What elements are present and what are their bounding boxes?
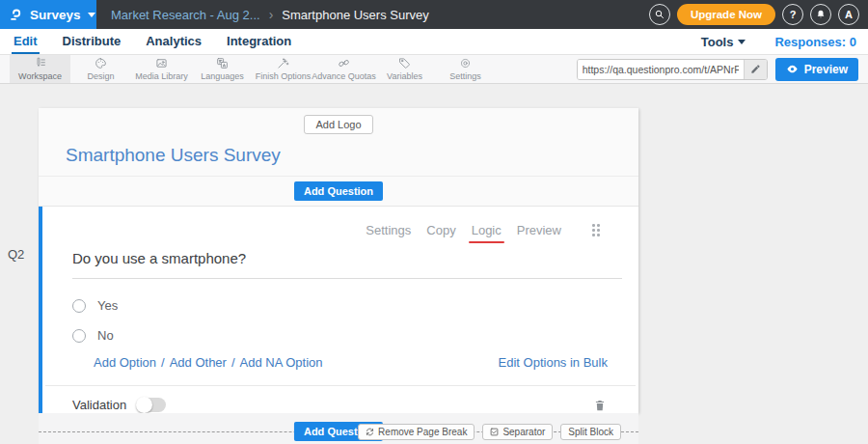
tools-label: Tools (701, 35, 734, 49)
add-other-link[interactable]: Add Other (170, 355, 227, 370)
option-row: Yes (72, 298, 638, 313)
palette-icon (95, 57, 107, 69)
help-button[interactable]: ? (782, 4, 803, 25)
option-row: No (72, 328, 638, 343)
topbar-actions: Upgrade Now ? A (649, 4, 868, 25)
search-button[interactable] (649, 4, 670, 25)
delete-question-button[interactable] (593, 399, 607, 412)
tab-copy[interactable]: Copy (426, 223, 455, 237)
refresh-icon (366, 428, 374, 436)
gear-icon (459, 57, 472, 69)
pencil-icon (750, 64, 761, 74)
breadcrumb-separator-icon: › (269, 7, 274, 22)
add-question-row: Add Question (39, 177, 638, 207)
surveys-menu[interactable]: Surveys (0, 0, 96, 29)
subnav-right: Tools Responses: 0 (701, 29, 856, 54)
page-break-row: Add Question Remove Page Break Separator… (39, 422, 638, 442)
preview-button[interactable]: Preview (775, 58, 858, 81)
workspace-icon (34, 57, 46, 69)
tool-settings[interactable]: Settings (435, 55, 496, 83)
tools-menu[interactable]: Tools (701, 35, 746, 49)
validation-toggle[interactable] (137, 398, 166, 412)
toggle-knob (136, 397, 152, 413)
option-actions-row: Add Option/Add Other/Add NA Option Edit … (94, 355, 608, 370)
drag-handle-icon[interactable] (592, 224, 600, 236)
add-option-link[interactable]: Add Option (94, 355, 156, 370)
option-links: Add Option/Add Other/Add NA Option (94, 355, 323, 370)
share-url-input[interactable] (578, 60, 744, 79)
share-url-box (577, 59, 768, 80)
question-tabs: Settings Copy Logic Preview (42, 207, 638, 237)
avatar[interactable]: A (838, 4, 859, 25)
tool-advance-quotas[interactable]: Advance Quotas (313, 55, 374, 83)
add-na-option-link[interactable]: Add NA Option (240, 355, 323, 370)
radio-button[interactable] (72, 329, 86, 343)
edit-url-button[interactable] (744, 60, 767, 79)
question-text[interactable]: Do you use a smartphone? (72, 250, 622, 279)
link-separator: / (161, 355, 165, 370)
nav-item-distribute[interactable]: Distribute (61, 29, 123, 54)
divider (45, 385, 636, 386)
questionpro-logo-icon (9, 8, 23, 22)
remove-page-break-button[interactable]: Remove Page Break (358, 424, 475, 440)
eye-icon (786, 63, 799, 75)
checkbox-checked-icon (490, 428, 499, 436)
edit-options-in-bulk-link[interactable]: Edit Options in Bulk (499, 355, 608, 370)
question-number: Q2 (8, 247, 24, 262)
image-icon (155, 57, 168, 69)
tab-settings[interactable]: Settings (366, 223, 411, 237)
breadcrumb-current: Smartphone Users Survey (282, 8, 428, 22)
upgrade-now-button[interactable]: Upgrade Now (677, 4, 775, 25)
add-logo-button[interactable]: Add Logo (304, 115, 372, 134)
tab-logic[interactable]: Logic (472, 223, 502, 237)
bell-icon (815, 9, 827, 20)
nav-item-integration[interactable]: Integration (225, 29, 293, 54)
tool-design[interactable]: Design (70, 55, 131, 83)
tool-languages[interactable]: Languages (192, 55, 253, 83)
survey-header: Add Logo Smartphone Users Survey (39, 108, 638, 177)
search-icon (654, 9, 665, 20)
tool-finish-options[interactable]: Finish Options (253, 55, 313, 83)
validation-label: Validation (72, 398, 126, 412)
survey-nav: Edit Distribute Analytics Integration To… (0, 29, 868, 55)
survey-card: Add Logo Smartphone Users Survey Add Que… (39, 108, 638, 413)
breadcrumb-parent[interactable]: Market Research - Aug 2... (111, 8, 260, 22)
tag-icon (398, 57, 411, 69)
link-separator: / (231, 355, 235, 370)
chevron-down-icon (88, 13, 95, 17)
toolbar-right: Preview (577, 55, 868, 83)
breadcrumb: Market Research - Aug 2... › Smartphone … (111, 7, 429, 22)
split-block-button[interactable]: Split Block (560, 424, 621, 440)
validation-row: Validation (72, 398, 607, 412)
editor-toolbar: Workspace Design Media Library Languages… (0, 55, 868, 84)
separator-button[interactable]: Separator (482, 424, 553, 440)
tool-workspace[interactable]: Workspace (10, 55, 70, 83)
topbar: Surveys Market Research - Aug 2... › Sma… (0, 0, 868, 29)
trash-icon (593, 399, 607, 412)
tool-variables[interactable]: Variables (374, 55, 435, 83)
tab-preview[interactable]: Preview (517, 223, 561, 237)
preview-label: Preview (804, 63, 848, 76)
wand-icon (277, 57, 289, 69)
radio-button[interactable] (72, 299, 86, 313)
responses-count[interactable]: Responses: 0 (774, 35, 856, 49)
tool-media-library[interactable]: Media Library (131, 55, 192, 83)
chevron-down-icon (738, 40, 746, 44)
translate-icon (216, 57, 229, 69)
option-label[interactable]: No (97, 328, 114, 343)
notifications-button[interactable] (810, 4, 831, 25)
chain-icon (338, 57, 350, 69)
app-menu-label: Surveys (30, 8, 81, 22)
question-block: Settings Copy Logic Preview Do you use a… (39, 207, 638, 413)
page-break-buttons: Remove Page Break Separator Split Block (358, 424, 621, 440)
option-label[interactable]: Yes (97, 298, 118, 313)
nav-item-edit[interactable]: Edit (12, 29, 40, 54)
nav-item-analytics[interactable]: Analytics (144, 29, 203, 54)
survey-title[interactable]: Smartphone Users Survey (66, 145, 611, 166)
add-question-button-top[interactable]: Add Question (294, 181, 383, 201)
